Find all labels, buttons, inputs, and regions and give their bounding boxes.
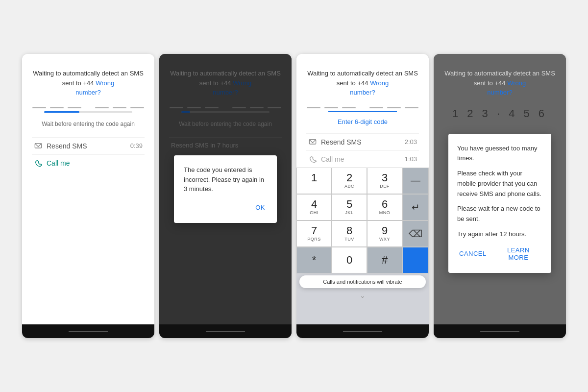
screen3-call-left: Call me — [308, 155, 344, 164]
keyboard-row-1: 1 2 ABC 3 DEF — — [296, 168, 429, 194]
key-2-letters: ABC — [344, 184, 354, 189]
screen1-resend-left: Resend SMS — [34, 142, 87, 150]
screen2-dialog: The code you entered is incorrect. Pleas… — [174, 155, 277, 223]
home-indicator-3 — [343, 331, 382, 332]
key-3-letters: DEF — [380, 184, 390, 189]
key-7[interactable]: 7 PQRS — [296, 220, 332, 247]
screen1-resend-timer: 0:39 — [130, 142, 143, 149]
screen2-dialog-actions: OK — [184, 202, 267, 213]
key-backspace-special[interactable]: — — [402, 168, 429, 194]
phone-screen-1: Waiting to automatically detect an SMS s… — [22, 54, 154, 338]
screen3-call-row[interactable]: Call me 1:03 — [306, 150, 419, 168]
key-5-letters: JKL — [345, 210, 353, 215]
phone-screen-3: Waiting to automatically detect an SMS s… — [296, 54, 429, 338]
screen3-number[interactable]: number? — [350, 89, 375, 96]
screen3-header: Waiting to automatically detect an SMS s… — [306, 69, 419, 98]
screen1-call-left: Call me — [34, 159, 70, 168]
screen1-number[interactable]: number? — [75, 89, 100, 96]
key-6-letters: MNO — [379, 210, 391, 215]
screen4-dialog-actions: CANCEL LEARN MORE — [457, 245, 542, 263]
key-star[interactable]: * — [296, 247, 332, 273]
screen4-wrong[interactable]: Wrong — [507, 79, 526, 87]
keyboard-row-3: 7 PQRS 8 TUV 9 WXY ⌫ — [296, 220, 429, 247]
screen1-header: Waiting to automatically detect an SMS s… — [32, 69, 145, 98]
screen3-code-dashes — [307, 107, 418, 108]
s3-dash6 — [405, 107, 418, 108]
del-symbol: ⌫ — [409, 228, 422, 240]
screen3-resend-row[interactable]: Resend SMS 2:03 — [306, 133, 419, 150]
key-2-num: 2 — [346, 172, 352, 183]
screen1-bottom-bar — [22, 324, 154, 338]
key-7-letters: PQRS — [307, 237, 321, 242]
screen4-content: Waiting to automatically detect an SMS s… — [434, 54, 566, 324]
key-8-letters: TUV — [344, 237, 354, 242]
screen1-call-row[interactable]: Call me — [32, 154, 145, 172]
screen2-ok-button[interactable]: OK — [253, 202, 267, 213]
key-4-num: 4 — [311, 199, 317, 210]
screen1-resend-row[interactable]: Resend SMS 0:39 — [32, 137, 145, 154]
screen3-content: Waiting to automatically detect an SMS s… — [296, 54, 429, 168]
key-9[interactable]: 9 WXY — [367, 220, 402, 247]
dash2 — [50, 107, 64, 108]
key-3[interactable]: 3 DEF — [367, 168, 402, 194]
screen1-content: Waiting to automatically detect an SMS s… — [22, 54, 154, 324]
screen1-call-label: Call me — [47, 159, 70, 167]
phone-screen-4: Waiting to automatically detect an SMS s… — [434, 54, 566, 338]
screen4-code-digits: 1 2 3 · 4 5 6 — [452, 107, 547, 120]
key-1-num: 1 — [311, 172, 317, 183]
phone-screen-2: Waiting to automatically detect an SMS s… — [159, 54, 292, 338]
key-4[interactable]: 4 GHI — [296, 194, 332, 220]
key-8[interactable]: 8 TUV — [332, 220, 367, 247]
screen2-bottom-bar — [159, 324, 292, 338]
dash5 — [113, 107, 126, 108]
minus-symbol: — — [411, 175, 420, 186]
key-0[interactable]: 0 — [332, 247, 367, 273]
dash4 — [95, 107, 109, 108]
keyboard-row-2: 4 GHI 5 JKL 6 MNO ↵ — [296, 194, 429, 220]
dash3 — [68, 107, 81, 108]
key-hash-sym: # — [382, 255, 388, 266]
key-6-num: 6 — [382, 199, 388, 210]
screen4-number[interactable]: number? — [487, 89, 512, 96]
key-9-num: 9 — [382, 225, 388, 236]
chevron-down[interactable]: ⌄ — [296, 290, 429, 301]
s3-dash3 — [342, 107, 356, 108]
screen1-code-dashes — [32, 107, 144, 108]
key-9-letters: WXY — [379, 237, 390, 242]
screen3-enter-code: Enter 6-digit code — [338, 118, 388, 125]
key-blue[interactable] — [402, 247, 429, 273]
key-0-num: 0 — [346, 255, 352, 266]
home-indicator-2 — [206, 331, 245, 332]
screen3-resend-left: Resend SMS — [308, 138, 361, 147]
key-8-num: 8 — [346, 225, 352, 236]
key-2[interactable]: 2 ABC — [332, 168, 367, 194]
screen4-dialog-line3: Please wait for a new code to be sent. — [457, 204, 542, 224]
screen2-dialog-overlay: The code you entered is incorrect. Pleas… — [159, 54, 292, 324]
key-5-num: 5 — [346, 199, 352, 210]
screen3-wrong[interactable]: Wrong — [370, 79, 389, 87]
screen3-keyboard: 1 2 ABC 3 DEF — 4 GHI — [296, 168, 429, 325]
screen3-call-label: Call me — [321, 155, 344, 163]
message-icon — [34, 142, 43, 150]
home-indicator-1 — [69, 331, 108, 332]
screen3-bottom-bar — [296, 324, 429, 338]
screen3-resend-label: Resend SMS — [321, 138, 361, 146]
key-enter-special[interactable]: ↵ — [402, 194, 429, 220]
s3-dash1 — [307, 107, 320, 108]
key-del[interactable]: ⌫ — [402, 220, 429, 247]
s3-dash4 — [369, 107, 383, 108]
home-indicator-4 — [480, 331, 519, 332]
screen3-phone-icon — [308, 155, 317, 164]
key-5[interactable]: 5 JKL — [332, 194, 367, 220]
screen1-resend-label: Resend SMS — [47, 142, 87, 150]
screen1-wrong[interactable]: Wrong — [96, 79, 114, 87]
screen1-progress-fill — [44, 111, 79, 113]
key-hash[interactable]: # — [367, 247, 402, 273]
screen4-dialog-line1: You have guessed too many times. — [457, 144, 542, 164]
key-4-letters: GHI — [310, 210, 318, 215]
s3-dash2 — [324, 107, 338, 108]
learn-more-button[interactable]: LEARN MORE — [494, 245, 542, 263]
key-1[interactable]: 1 — [296, 168, 332, 194]
cancel-button[interactable]: CANCEL — [457, 245, 489, 263]
key-6[interactable]: 6 MNO — [367, 194, 402, 220]
